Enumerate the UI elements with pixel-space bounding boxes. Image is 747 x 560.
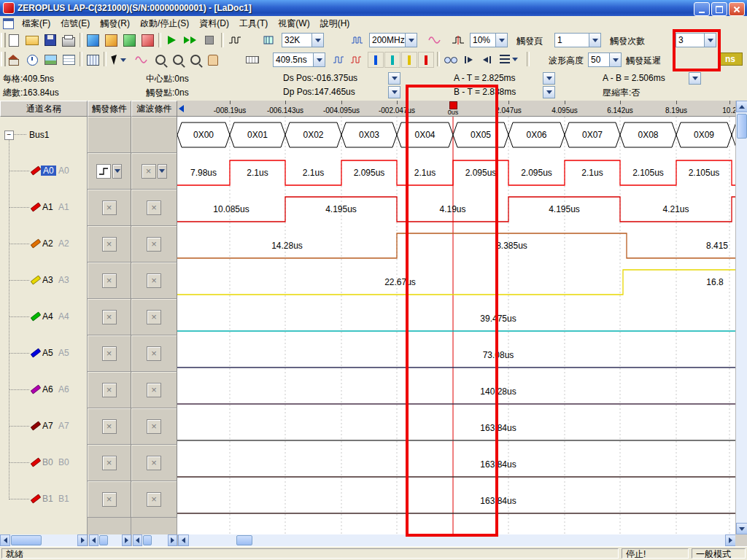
channel-row-A3[interactable]: A3A3 [0,262,88,299]
goto-trigger-button[interactable] [460,51,478,69]
trigger-condition-cell-A2[interactable]: × [88,226,131,262]
menu-item-4[interactable]: 啟動/停止(S) [135,16,194,31]
bar-add-button[interactable] [418,52,434,68]
vertical-scrollbar[interactable] [735,101,747,534]
b-t-dropdown-button[interactable] [543,86,555,98]
minimize-button[interactable] [694,2,710,16]
scroll-right-button[interactable] [725,534,736,546]
document-icon[interactable] [3,18,14,29]
bar-b-button[interactable] [384,52,400,68]
trigger-page-select[interactable]: 1 [554,33,601,47]
dont-care-icon[interactable]: × [142,164,156,179]
trigger-condition-cell-B1[interactable]: × [88,481,131,518]
dont-care-icon[interactable]: × [147,456,161,470]
filter-condition-cell-A4[interactable]: × [131,299,177,335]
goto-end-button[interactable] [478,51,495,69]
bus-row[interactable]: −Bus1 [0,117,88,153]
dp-pos-dropdown-button[interactable] [388,86,400,98]
settings-button[interactable] [139,31,156,49]
menu-item-5[interactable]: 資料(D) [194,16,234,31]
filter-column-scrollbar[interactable] [131,534,178,546]
trigger-condition-cell-bus[interactable] [88,117,131,153]
menu-item-3[interactable]: 觸發(R) [95,16,135,31]
title-bar[interactable]: ZEROPLUS LAP-C(321000)(S/N:00000000001) … [0,0,747,16]
filter-condition-cell-bus[interactable] [131,117,177,153]
export-text-button[interactable] [84,31,101,49]
waveform-scrollbar[interactable] [177,534,736,546]
channel-row-A0[interactable]: A0A0 [0,153,88,190]
filter-condition-cell-A6[interactable]: × [131,372,177,408]
pulse-search-next-button[interactable] [347,51,365,69]
trigger-column-scrollbar[interactable] [88,534,132,546]
channel-name-A7[interactable]: A7 [42,421,53,431]
dont-care-icon[interactable]: × [147,310,161,324]
bus-setup-button[interactable] [496,51,521,67]
ds-pos-dropdown-button[interactable] [388,72,400,85]
channel-row-B1[interactable]: B1B1 [0,481,88,518]
bar-t-button[interactable] [401,52,417,68]
scroll-thumb[interactable] [11,535,42,545]
channel-row-A6[interactable]: A6A6 [0,372,88,408]
open-file-button[interactable] [23,31,41,49]
dont-care-icon[interactable]: × [147,492,161,507]
scroll-right-button[interactable] [168,534,177,546]
dont-care-icon[interactable]: × [102,456,117,470]
dont-care-icon[interactable]: × [102,383,117,397]
scroll-left-button[interactable] [178,534,189,546]
home-view-button[interactable] [5,51,23,69]
stop-button[interactable] [201,31,218,49]
sampling-depth-select[interactable]: 32K [282,33,324,47]
scroll-thumb[interactable] [99,535,108,545]
restore-button[interactable] [711,2,727,16]
wave-height-select[interactable]: 50 [588,52,622,67]
scroll-down-button[interactable] [736,523,747,534]
single-acquisition-button[interactable] [163,31,180,49]
select-cursor-button[interactable] [108,51,130,69]
waveform-mode-button[interactable] [133,51,150,69]
filter-condition-cell-A7[interactable]: × [131,408,177,445]
capture-button[interactable] [120,31,138,49]
scroll-left-button[interactable] [133,534,142,546]
scroll-left-button[interactable] [0,534,10,546]
pan-button[interactable] [204,51,222,69]
dropdown-arrow-icon[interactable] [589,34,600,47]
print-button[interactable] [60,31,77,49]
sampling-frequency-select[interactable]: 200MHz [369,33,417,47]
dropdown-arrow-icon[interactable] [405,34,417,47]
image-view-button[interactable] [42,51,59,69]
filter-condition-cell-A1[interactable]: × [131,190,177,226]
dont-care-icon[interactable]: × [102,201,117,215]
tree-collapse-button[interactable]: − [4,131,14,140]
channel-name-A4[interactable]: A4 [42,311,53,322]
dropdown-arrow-icon[interactable] [609,53,621,66]
menu-item-7[interactable]: 視窗(W) [273,16,314,31]
filter-condition-cell-A5[interactable]: × [131,335,177,372]
zoom-in-button[interactable] [152,51,169,69]
channel-name-A0[interactable]: A0 [41,166,56,176]
dont-care-icon[interactable]: × [147,201,161,215]
channel-name-A1[interactable]: A1 [42,202,53,212]
pulse-search-prev-button[interactable] [330,51,347,69]
trigger-condition-cell-A0[interactable] [88,153,131,190]
scroll-right-button[interactable] [77,534,88,546]
trigger-position-select[interactable]: 10% [470,33,508,47]
dont-care-icon[interactable]: × [147,346,161,361]
channel-row-B0[interactable]: B0B0 [0,445,88,481]
filter-condition-cell-A3[interactable]: × [131,262,177,299]
channel-name-B1[interactable]: B1 [42,494,53,504]
export-image-button[interactable] [102,31,120,49]
menu-item-8[interactable]: 說明(H) [315,16,355,31]
channel-name-A6[interactable]: A6 [42,384,53,394]
zoom-out-button[interactable] [169,51,187,69]
dropdown-arrow-icon[interactable] [313,53,325,66]
new-file-button[interactable] [5,31,23,49]
repeat-acquisition-button[interactable] [182,31,199,49]
zoom-fit-button[interactable] [187,51,204,69]
dont-care-icon[interactable]: × [102,346,117,361]
clock-settings-button[interactable] [23,51,41,69]
menu-item-1[interactable]: 檔案(F) [17,16,55,31]
trigger-condition-cell-B0[interactable]: × [88,445,131,481]
dont-care-icon[interactable]: × [147,273,161,288]
channel-row-A7[interactable]: A7A7 [0,408,88,445]
vertical-scroll-thumb[interactable] [737,114,747,139]
